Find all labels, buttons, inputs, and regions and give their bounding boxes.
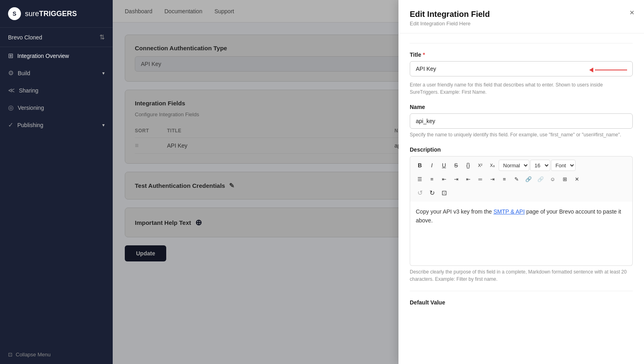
align-center-button[interactable]: ═ bbox=[475, 173, 486, 185]
sidebar-nav: ⊞ Integration Overview ⚙ Build ▾ ≪ Shari… bbox=[0, 47, 113, 134]
justify-button[interactable]: ≡ bbox=[499, 173, 510, 185]
sidebar-item-publishing[interactable]: ✓ Publishing ▾ bbox=[0, 116, 113, 134]
panel-title: Edit Integration Field bbox=[410, 10, 633, 19]
required-indicator: * bbox=[423, 51, 425, 58]
unlink-button[interactable]: 🔗 bbox=[535, 173, 546, 185]
name-field-hint: Specify the name to uniquely identify th… bbox=[410, 131, 633, 138]
grid-icon: ⊞ bbox=[8, 52, 13, 60]
chevron-down-icon: ▾ bbox=[102, 70, 105, 76]
outdent-button[interactable]: ⇤ bbox=[438, 173, 450, 185]
sidebar-item-label: Publishing bbox=[17, 122, 43, 128]
edit-panel: Edit Integration Field Edit Integration … bbox=[398, 0, 644, 364]
toolbar-row-2: ☰ ≡ ⇤ ⇥ ⇤ ═ ⇥ ≡ ✎ 🔗 🔗 ☺ ⊞ ✕ bbox=[414, 173, 628, 185]
workspace-row[interactable]: Brevo Cloned ⇅ bbox=[0, 28, 113, 47]
logo-text: sureTRIGGERS bbox=[25, 10, 77, 18]
title-field-label: Title * bbox=[410, 51, 633, 58]
arrow-head bbox=[589, 68, 593, 72]
workspace-name: Brevo Cloned bbox=[8, 34, 42, 41]
strikethrough-button[interactable]: S bbox=[450, 160, 462, 171]
description-link[interactable]: SMTP & API bbox=[493, 208, 525, 215]
font-select[interactable]: Font bbox=[551, 160, 576, 171]
panel-header: Edit Integration Field Edit Integration … bbox=[398, 0, 644, 33]
description-editor[interactable]: Copy your API v3 key from the SMTP & API… bbox=[410, 202, 633, 266]
gear-icon: ⚙ bbox=[8, 69, 14, 77]
sidebar-item-label: Integration Overview bbox=[17, 53, 69, 59]
panel-body: Title * Enter a user friendly name for t… bbox=[398, 33, 644, 364]
collapse-label: Collapse Menu bbox=[16, 352, 51, 358]
share-icon: ≪ bbox=[8, 86, 15, 94]
description-toolbar: B I U S {} X² X₂ Normal 16 Font ☰ bbox=[410, 156, 633, 202]
sidebar-item-label: Sharing bbox=[19, 87, 38, 94]
align-right-button[interactable]: ⇥ bbox=[487, 173, 498, 185]
description-field-label: Description bbox=[410, 146, 633, 153]
panel-subtitle: Edit Integration Field Here bbox=[410, 21, 633, 27]
title-field-hint: Enter a user friendly name for this fiel… bbox=[410, 81, 633, 96]
image-button[interactable]: ⊞ bbox=[559, 173, 570, 185]
size-select[interactable]: 16 bbox=[530, 160, 550, 171]
chevron-down-icon: ▾ bbox=[102, 122, 105, 128]
undo-button[interactable]: ↺ bbox=[414, 187, 425, 198]
ordered-list-button[interactable]: ☰ bbox=[414, 173, 425, 185]
underline-button[interactable]: U bbox=[438, 160, 450, 171]
close-button[interactable]: × bbox=[630, 8, 634, 17]
default-value-label: Default Value bbox=[410, 299, 633, 306]
check-icon: ✓ bbox=[8, 121, 13, 129]
toolbar-row-3: ↺ ↻ ⊡ bbox=[414, 187, 628, 198]
indent-button[interactable]: ⇥ bbox=[450, 173, 462, 185]
italic-button[interactable]: I bbox=[426, 160, 438, 171]
title-input-wrapper bbox=[410, 61, 633, 79]
description-field-hint: Describe clearly the purpose of this fie… bbox=[410, 268, 633, 283]
logo-icon: S bbox=[8, 7, 21, 20]
sidebar-item-build[interactable]: ⚙ Build ▾ bbox=[0, 64, 113, 82]
source-button[interactable]: ⊡ bbox=[438, 187, 450, 198]
emoji-button[interactable]: ☺ bbox=[547, 173, 558, 185]
workspace-sort-icon: ⇅ bbox=[99, 33, 105, 41]
version-icon: ◎ bbox=[8, 104, 14, 111]
logo-area: S sureTRIGGERS bbox=[0, 0, 113, 28]
collapse-icon: ⊡ bbox=[8, 352, 12, 358]
name-field-label: Name bbox=[410, 104, 633, 110]
sidebar-item-label: Build bbox=[18, 70, 30, 76]
sidebar-item-sharing[interactable]: ≪ Sharing bbox=[0, 82, 113, 99]
toolbar-row-1: B I U S {} X² X₂ Normal 16 Font bbox=[414, 160, 628, 171]
collapse-menu-button[interactable]: ⊡ Collapse Menu bbox=[0, 345, 113, 364]
section-divider bbox=[410, 291, 633, 291]
unordered-list-button[interactable]: ≡ bbox=[426, 173, 438, 185]
header-divider bbox=[410, 43, 633, 43]
align-left-button[interactable]: ⇤ bbox=[462, 173, 474, 185]
description-text-1: Copy your API v3 key from the bbox=[416, 208, 493, 215]
sidebar-item-integration-overview[interactable]: ⊞ Integration Overview bbox=[0, 47, 113, 64]
subscript-button[interactable]: X₂ bbox=[487, 160, 498, 171]
name-input[interactable] bbox=[410, 113, 633, 129]
bold-button[interactable]: B bbox=[414, 160, 425, 171]
redo-button[interactable]: ↻ bbox=[426, 187, 438, 198]
code-block-button[interactable]: {} bbox=[462, 160, 474, 171]
superscript-button[interactable]: X² bbox=[475, 160, 486, 171]
highlight-button[interactable]: ✎ bbox=[511, 173, 522, 185]
arrow-line bbox=[595, 70, 627, 70]
sidebar-item-versioning[interactable]: ◎ Versioning bbox=[0, 99, 113, 116]
arrow-indicator bbox=[589, 68, 627, 72]
clear-button[interactable]: ✕ bbox=[571, 173, 582, 185]
sidebar: S sureTRIGGERS Brevo Cloned ⇅ ⊞ Integrat… bbox=[0, 0, 113, 364]
style-select[interactable]: Normal bbox=[499, 160, 529, 171]
sidebar-item-label: Versioning bbox=[18, 105, 44, 111]
link-button[interactable]: 🔗 bbox=[523, 173, 534, 185]
